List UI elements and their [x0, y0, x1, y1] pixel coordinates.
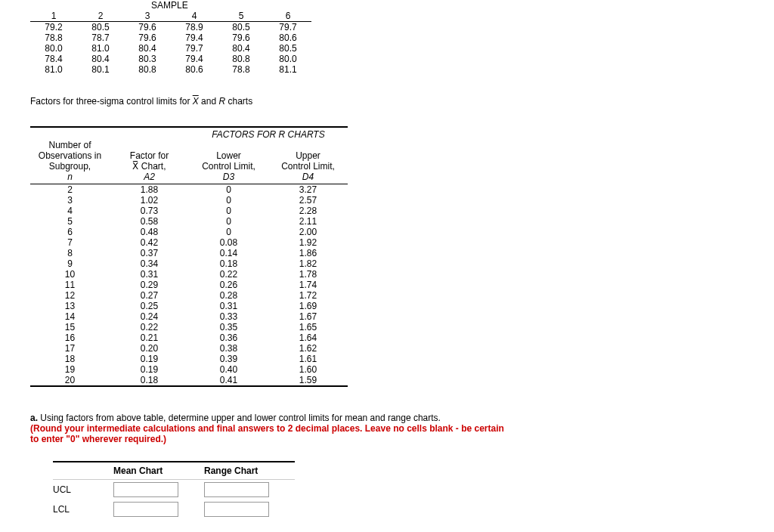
- sample-cell: 80.4: [124, 43, 171, 54]
- lcl-label: LCL: [53, 500, 113, 519]
- factors-cell-n: 9: [30, 258, 110, 269]
- factors-cell-d3: 0.26: [189, 280, 268, 290]
- factors-cell-a2: 1.88: [110, 184, 189, 196]
- sample-cell: 79.6: [218, 32, 265, 43]
- sample-cell: 78.8: [30, 32, 77, 43]
- factors-row: 200.180.411.59: [30, 375, 348, 385]
- question-letter: a.: [30, 413, 38, 423]
- sample-cell: 78.8: [218, 64, 265, 75]
- header-d4: Upper Control Limit, D4: [268, 140, 348, 184]
- factors-cell-n: 20: [30, 375, 110, 385]
- col-n-blank: [30, 128, 110, 140]
- xbar-symbol: X: [193, 96, 199, 107]
- caption-prefix: Factors for three-sigma control limits f…: [30, 96, 193, 107]
- factors-row: 170.200.381.62: [30, 343, 348, 354]
- factors-table-wrap: FACTORS FOR R CHARTS Number of Observati…: [30, 126, 348, 387]
- factors-cell-d4: 1.65: [268, 322, 348, 332]
- factors-cell-d4: 2.28: [268, 206, 348, 216]
- factors-cell-a2: 0.25: [110, 301, 189, 311]
- factors-cell-a2: 0.37: [110, 248, 189, 258]
- header-n: Number of Observations in Subgroup, n: [30, 140, 110, 184]
- factors-cell-a2: 0.48: [110, 227, 189, 237]
- header-a2: Factor for X̅ Chart, A2: [110, 140, 189, 184]
- factors-cell-d4: 1.62: [268, 343, 348, 354]
- sample-cell: 79.7: [171, 43, 218, 54]
- factors-cell-n: 10: [30, 269, 110, 280]
- col-a2-blank: [110, 128, 189, 140]
- sample-cell: 80.5: [265, 43, 311, 54]
- factors-cell-d3: 0.39: [189, 354, 268, 364]
- sample-cell: 79.4: [171, 32, 218, 43]
- sample-col-2: 2: [77, 11, 124, 22]
- answer-header-row: Mean Chart Range Chart: [53, 462, 295, 480]
- factors-cell-a2: 0.21: [110, 332, 189, 343]
- factors-cell-n: 5: [30, 216, 110, 227]
- factors-cell-d4: 1.74: [268, 280, 348, 290]
- ucl-label: UCL: [53, 480, 113, 500]
- rule-line-bottom: [30, 385, 348, 387]
- question-block: a. Using factors from above table, deter…: [30, 413, 514, 444]
- answer-col-range: Range Chart: [204, 462, 295, 480]
- factors-cell-d4: 1.61: [268, 354, 348, 364]
- sample-cell: 80.3: [124, 54, 171, 64]
- factors-row: 60.4802.00: [30, 227, 348, 237]
- ucl-mean-input[interactable]: [113, 482, 178, 497]
- factors-cell-d4: 1.92: [268, 237, 348, 248]
- factors-cell-n: 17: [30, 343, 110, 354]
- factors-cell-d3: 0.35: [189, 322, 268, 332]
- factors-cell-n: 4: [30, 206, 110, 216]
- factors-cell-a2: 0.27: [110, 290, 189, 301]
- factors-cell-d3: 0.14: [189, 248, 268, 258]
- caption-R: R: [218, 96, 225, 107]
- page: SAMPLE 1 2 3 4 5 6 79.280.579.678.980.57…: [0, 0, 774, 532]
- sample-cell: 80.5: [218, 22, 265, 33]
- rcharts-group-label: FACTORS FOR R CHARTS: [189, 128, 348, 140]
- factors-row: 140.240.331.67: [30, 311, 348, 322]
- factors-cell-a2: 0.18: [110, 375, 189, 385]
- sample-cell: 80.1: [77, 64, 124, 75]
- answer-table: Mean Chart Range Chart UCL LCL: [53, 462, 295, 519]
- factors-cell-n: 14: [30, 311, 110, 322]
- factors-cell-d3: 0.38: [189, 343, 268, 354]
- sample-cell: 79.6: [124, 32, 171, 43]
- lcl-mean-input[interactable]: [113, 502, 178, 517]
- factors-row: 40.7302.28: [30, 206, 348, 216]
- factors-row: 130.250.311.69: [30, 301, 348, 311]
- sample-cell: 80.8: [218, 54, 265, 64]
- caption-mid: and: [199, 96, 219, 107]
- answer-blank-corner: [53, 462, 113, 480]
- factors-cell-d4: 1.86: [268, 248, 348, 258]
- factors-row: 70.420.081.92: [30, 237, 348, 248]
- factors-cell-a2: 0.29: [110, 280, 189, 290]
- sample-cell: 79.6: [124, 22, 171, 33]
- factors-cell-d3: 0.36: [189, 332, 268, 343]
- sample-cell: 79.2: [30, 22, 77, 33]
- factors-row: 21.8803.27: [30, 184, 348, 196]
- question-instructions: (Round your intermediate calculations an…: [30, 423, 504, 444]
- factors-cell-d4: 1.82: [268, 258, 348, 269]
- factors-cell-d3: 0.41: [189, 375, 268, 385]
- lcl-range-input[interactable]: [204, 502, 269, 517]
- factors-cell-a2: 0.20: [110, 343, 189, 354]
- factors-cell-d3: 0.18: [189, 258, 268, 269]
- factors-cell-d4: 1.60: [268, 364, 348, 375]
- ucl-range-input[interactable]: [204, 482, 269, 497]
- factors-row: 100.310.221.78: [30, 269, 348, 280]
- factors-cell-d3: 0.28: [189, 290, 268, 301]
- factors-row: 150.220.351.65: [30, 322, 348, 332]
- sample-col-5: 5: [218, 11, 265, 22]
- factors-cell-a2: 0.24: [110, 311, 189, 322]
- factors-cell-d3: 0: [189, 216, 268, 227]
- factors-row: 80.370.141.86: [30, 248, 348, 258]
- factors-cell-d3: 0: [189, 227, 268, 237]
- factors-row: 160.210.361.64: [30, 332, 348, 343]
- factors-cell-a2: 0.34: [110, 258, 189, 269]
- factors-row: 120.270.281.72: [30, 290, 348, 301]
- factors-cell-d3: 0.08: [189, 237, 268, 248]
- sample-cell: 80.4: [218, 43, 265, 54]
- factors-row: 50.5802.11: [30, 216, 348, 227]
- factors-cell-d4: 1.72: [268, 290, 348, 301]
- question-text: a. Using factors from above table, deter…: [30, 413, 514, 444]
- factors-cell-a2: 0.58: [110, 216, 189, 227]
- factors-cell-d4: 2.57: [268, 195, 348, 206]
